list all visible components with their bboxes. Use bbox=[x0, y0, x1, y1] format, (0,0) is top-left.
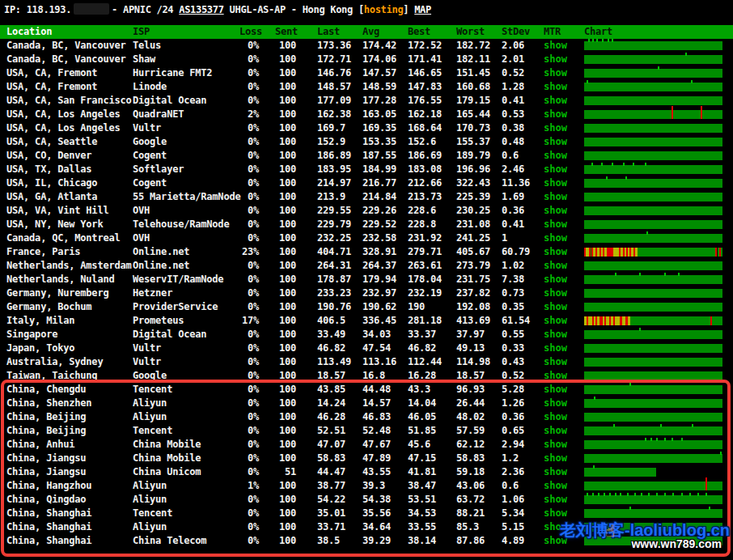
latency-spike-notch bbox=[672, 438, 673, 441]
mtr-show-link[interactable]: show bbox=[544, 176, 567, 190]
cell-last: 33.71 bbox=[317, 520, 361, 534]
mtr-show-link[interactable]: show bbox=[544, 121, 567, 135]
column-header-worst[interactable]: Worst bbox=[456, 25, 485, 39]
mtr-show-link[interactable]: show bbox=[544, 273, 567, 286]
cell-best: 16.28 bbox=[408, 369, 455, 383]
latency-spike-notch bbox=[612, 163, 613, 166]
cell-last: 44.47 bbox=[317, 465, 361, 479]
latency-spike-notch bbox=[620, 493, 621, 496]
mtr-show-link[interactable]: show bbox=[544, 438, 567, 452]
cell-best: 38.14 bbox=[408, 534, 455, 548]
mtr-show-link[interactable]: show bbox=[544, 479, 567, 493]
mtr-show-link[interactable]: show bbox=[544, 286, 567, 300]
mtr-show-link[interactable]: show bbox=[544, 231, 567, 245]
cell-avg: 43.55 bbox=[362, 465, 406, 479]
mtr-show-link[interactable]: show bbox=[544, 507, 567, 520]
column-header-sent[interactable]: Sent bbox=[275, 25, 298, 39]
mtr-show-link[interactable]: show bbox=[544, 190, 567, 204]
latency-chart-bar bbox=[584, 110, 722, 119]
cell-stdev: 2.01 bbox=[502, 53, 542, 66]
latency-spike-notch bbox=[692, 424, 693, 427]
mtr-show-link[interactable]: show bbox=[544, 149, 567, 163]
cell-loss: 0% bbox=[217, 286, 259, 300]
mtr-show-link[interactable]: show bbox=[544, 300, 567, 314]
mtr-show-link[interactable]: show bbox=[544, 218, 567, 231]
column-header-avg[interactable]: Avg bbox=[362, 25, 379, 39]
mtr-show-link[interactable]: show bbox=[544, 493, 567, 507]
mtr-show-link[interactable]: show bbox=[544, 383, 567, 397]
mtr-show-link[interactable]: show bbox=[544, 369, 567, 383]
column-header-loss[interactable]: Loss bbox=[239, 25, 262, 39]
cell-worst: 179.15 bbox=[456, 94, 500, 108]
column-header-location[interactable]: Location bbox=[6, 25, 52, 39]
latency-spike-notch bbox=[648, 493, 650, 496]
cell-avg: 229.52 bbox=[362, 218, 406, 231]
cell-stdev: 2.46 bbox=[502, 163, 542, 176]
cell-worst: 18.57 bbox=[456, 369, 500, 383]
latency-chart-bar bbox=[584, 234, 722, 243]
column-header-isp[interactable]: ISP bbox=[133, 25, 150, 39]
watermark-url: www.wn789.com bbox=[631, 537, 722, 550]
mtr-show-link[interactable]: show bbox=[544, 66, 567, 80]
mtr-show-link[interactable]: show bbox=[544, 355, 567, 369]
table-row: Canada, BC, VancouverShaw0%100172.71174.… bbox=[0, 53, 733, 66]
column-header-stdev[interactable]: StDev bbox=[502, 25, 530, 39]
mtr-show-link[interactable]: show bbox=[544, 452, 567, 465]
cell-last: 264.31 bbox=[317, 259, 361, 273]
mtr-show-link[interactable]: show bbox=[544, 314, 567, 328]
mtr-show-link[interactable]: show bbox=[544, 465, 567, 479]
cell-loss: 0% bbox=[217, 135, 259, 149]
cell-sent: 100 bbox=[254, 507, 296, 520]
latency-spike-notch bbox=[709, 507, 710, 510]
cell-best: 212.66 bbox=[408, 176, 455, 190]
mtr-show-link[interactable]: show bbox=[544, 259, 567, 273]
cell-last: 18.57 bbox=[317, 369, 361, 383]
cell-sent: 100 bbox=[254, 300, 296, 314]
cell-location: Germany, Bochum bbox=[6, 300, 129, 314]
mtr-show-link[interactable]: show bbox=[544, 163, 567, 176]
cell-best: 45.6 bbox=[408, 438, 455, 452]
table-row: USA, CA, San FranciscoDigital Ocean0%100… bbox=[0, 94, 733, 108]
mtr-show-link[interactable]: show bbox=[544, 94, 567, 108]
mtr-show-link[interactable]: show bbox=[544, 424, 567, 438]
latency-spike-notch bbox=[602, 39, 604, 42]
mtr-show-link[interactable]: show bbox=[544, 108, 567, 121]
cell-loss: 0% bbox=[217, 507, 259, 520]
cell-stdev: 0.41 bbox=[502, 218, 542, 231]
mtr-show-link[interactable]: show bbox=[544, 39, 567, 53]
mtr-show-link[interactable]: show bbox=[544, 328, 567, 342]
mtr-show-link[interactable]: show bbox=[544, 135, 567, 149]
cell-loss: 0% bbox=[217, 424, 259, 438]
cell-sent: 100 bbox=[254, 66, 296, 80]
mtr-show-link[interactable]: show bbox=[544, 80, 567, 94]
cell-sent: 100 bbox=[254, 383, 296, 397]
cell-avg: 187.55 bbox=[362, 149, 406, 163]
cell-sent: 100 bbox=[254, 245, 296, 259]
cell-sent: 100 bbox=[254, 438, 296, 452]
asn-link[interactable]: AS135377 bbox=[179, 4, 223, 15]
cell-stdev: 2.36 bbox=[502, 465, 542, 479]
cell-loss: 0% bbox=[217, 259, 259, 273]
cell-location: Australia, Sydney bbox=[6, 355, 129, 369]
map-link[interactable]: MAP bbox=[414, 4, 431, 15]
mtr-show-link[interactable]: show bbox=[544, 342, 567, 355]
column-header-chart[interactable]: Chart bbox=[584, 25, 612, 39]
mtr-show-link[interactable]: show bbox=[544, 410, 567, 424]
cell-sent: 100 bbox=[254, 479, 296, 493]
column-header-mtr[interactable]: MTR bbox=[544, 25, 561, 39]
table-row: Japan, TokyoVultr0%10046.8247.5446.8249.… bbox=[0, 342, 733, 355]
mtr-show-link[interactable]: show bbox=[544, 53, 567, 66]
mtr-show-link[interactable]: show bbox=[544, 204, 567, 218]
table-row: Canada, QC, MontrealOVH0%100232.25232.58… bbox=[0, 231, 733, 245]
mtr-show-link[interactable]: show bbox=[544, 245, 567, 259]
loss-segment bbox=[607, 248, 613, 257]
cell-last: 43.85 bbox=[317, 383, 361, 397]
cell-loss: 0% bbox=[217, 218, 259, 231]
column-header-last[interactable]: Last bbox=[317, 25, 340, 39]
mtr-show-link[interactable]: show bbox=[544, 397, 567, 410]
cell-sent: 100 bbox=[254, 108, 296, 121]
column-header-best[interactable]: Best bbox=[408, 25, 430, 39]
cell-avg: 44.48 bbox=[362, 383, 406, 397]
latency-chart-bar bbox=[584, 193, 722, 202]
table-row: USA, CA, Los AngelesVultr0%100169.7169.3… bbox=[0, 121, 733, 135]
